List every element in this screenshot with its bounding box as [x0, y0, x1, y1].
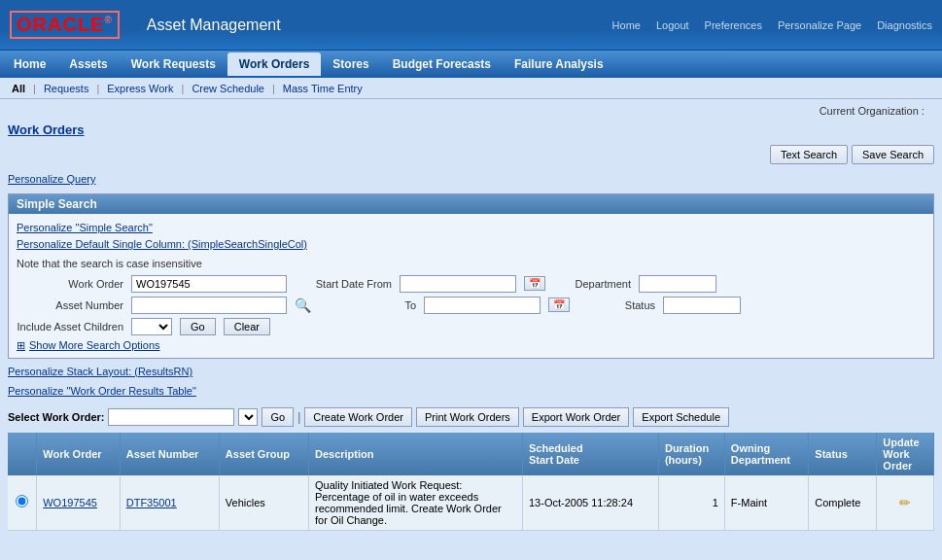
start-date-calendar-button[interactable]: 📅: [524, 276, 545, 291]
start-date-from-label: Start Date From: [295, 278, 392, 290]
asset-number-cell: DTF35001: [120, 475, 219, 531]
content-area: Current Organization : Work Orders Text …: [0, 99, 942, 535]
asset-number-input[interactable]: [131, 297, 287, 314]
preferences-link[interactable]: Preferences: [705, 19, 762, 31]
personalize-default-col-link[interactable]: Personalize Default Single Column: (Simp…: [17, 236, 925, 254]
results-section: Personalize Stack Layout: (ResultsRN) Pe…: [8, 363, 934, 531]
status-cell: Complete: [809, 475, 877, 531]
text-search-button[interactable]: Text Search: [770, 145, 848, 164]
work-order-label: Work Order: [17, 278, 123, 290]
show-more-label: Show More Search Options: [29, 339, 160, 351]
go-button[interactable]: Go: [180, 318, 216, 335]
wo-select-bar: Select Work Order: Go | Create Work Orde…: [8, 407, 934, 427]
simple-search-body: Personalize "Simple Search" Personalize …: [9, 214, 933, 358]
asset-search-button[interactable]: 🔍: [295, 298, 311, 313]
personalize-simple-search-link[interactable]: Personalize "Simple Search": [17, 220, 925, 237]
asset-group-cell: Vehicles: [219, 475, 308, 531]
top-navigation: Home Logout Preferences Personalize Page…: [612, 19, 932, 31]
failure-analysis-tab[interactable]: Failure Analysis: [503, 52, 615, 76]
scheduled-start-date-cell: 13-Oct-2005 11:28:24: [522, 475, 658, 531]
requests-subnav[interactable]: Requests: [36, 83, 96, 94]
owning-dept-cell: F-Maint: [724, 475, 808, 531]
personalize-stack-link[interactable]: Personalize Stack Layout: (ResultsRN): [8, 363, 934, 382]
simple-search-heading: Simple Search: [17, 197, 97, 211]
mass-time-entry-subnav[interactable]: Mass Time Entry: [275, 83, 370, 94]
home-tab[interactable]: Home: [2, 52, 57, 76]
to-label: To: [319, 299, 416, 311]
work-requests-tab[interactable]: Work Requests: [120, 52, 227, 76]
crew-schedule-subnav[interactable]: Crew Schedule: [184, 83, 272, 94]
clear-button[interactable]: Clear: [224, 318, 270, 335]
export-work-order-button[interactable]: Export Work Order: [523, 407, 630, 427]
asset-number-label: Asset Number: [17, 299, 123, 311]
oracle-logo: ORACLE®: [10, 11, 127, 39]
to-date-calendar-button[interactable]: 📅: [548, 298, 570, 312]
owning-dept-col-header: OwningDepartment: [724, 433, 808, 475]
export-schedule-button[interactable]: Export Schedule: [633, 407, 729, 427]
create-work-order-button[interactable]: Create Work Order: [304, 407, 412, 427]
print-work-orders-button[interactable]: Print Work Orders: [416, 407, 519, 427]
status-col-header: Status: [809, 433, 877, 475]
stores-tab[interactable]: Stores: [321, 52, 380, 76]
to-date-input[interactable]: [424, 297, 541, 314]
personalize-page-link[interactable]: Personalize Page: [778, 19, 861, 31]
include-asset-children-label: Include Asset Children: [17, 321, 123, 332]
assets-tab[interactable]: Assets: [57, 52, 119, 76]
oracle-wordmark: ORACLE®: [10, 11, 120, 39]
page-title-bar: Work Orders: [8, 119, 934, 141]
work-order-link[interactable]: WO197545: [43, 497, 97, 508]
current-org-label: Current Organization :: [820, 105, 925, 117]
edit-work-order-button[interactable]: ✏: [899, 495, 911, 510]
update-wo-cell[interactable]: ✏: [877, 475, 934, 531]
show-more-search-options[interactable]: ⊞ Show More Search Options: [17, 339, 925, 352]
results-table: Work Order Asset Number Asset Group Desc…: [8, 433, 934, 531]
personalize-query-link[interactable]: Personalize Query: [8, 168, 934, 193]
top-header: ORACLE® Asset Management Home Logout Pre…: [0, 0, 942, 51]
work-order-cell: WO197545: [37, 475, 120, 531]
scheduled-start-date-col-header: ScheduledStart Date: [522, 433, 658, 475]
row-select-col-header: [8, 433, 37, 475]
show-more-icon: ⊞: [17, 339, 25, 352]
asset-group-col-header: Asset Group: [219, 433, 308, 475]
update-wo-col-header: UpdateWorkOrder: [877, 433, 934, 475]
case-insensitive-note: Note that the search is case insensitive: [17, 258, 925, 269]
budget-forecasts-tab[interactable]: Budget Forecasts: [381, 52, 503, 76]
sub-navigation: All | Requests | Express Work | Crew Sch…: [0, 78, 942, 99]
department-input[interactable]: [639, 275, 716, 293]
asset-number-link[interactable]: DTF35001: [126, 497, 177, 508]
start-date-from-input[interactable]: [400, 275, 516, 293]
include-asset-children-select[interactable]: Yes No: [131, 318, 172, 335]
simple-search-section: Simple Search Personalize "Simple Search…: [8, 193, 934, 359]
work-order-input[interactable]: [131, 275, 287, 293]
pipe-separator: |: [297, 410, 300, 424]
table-header-row: Work Order Asset Number Asset Group Desc…: [8, 433, 934, 475]
simple-search-header: Simple Search: [9, 194, 933, 214]
personalize-table-link[interactable]: Personalize "Work Order Results Table": [8, 382, 934, 402]
current-org-value: [927, 105, 930, 117]
org-bar: Current Organization :: [8, 103, 934, 119]
wo-select-input[interactable]: [108, 408, 234, 426]
main-nav-tabs: Home Assets Work Requests Work Orders St…: [0, 51, 942, 78]
status-label: Status: [577, 299, 655, 311]
duration-col-header: Duration(hours): [658, 433, 724, 475]
save-search-button[interactable]: Save Search: [852, 145, 934, 164]
wo-select-label: Select Work Order:: [8, 411, 104, 423]
wo-go-button[interactable]: Go: [262, 407, 294, 427]
row-select-cell[interactable]: [8, 475, 37, 531]
ss-links: Personalize "Simple Search" Personalize …: [17, 220, 925, 254]
express-work-subnav[interactable]: Express Work: [99, 83, 181, 94]
description-col-header: Description: [308, 433, 522, 475]
page-title[interactable]: Work Orders: [8, 122, 85, 137]
row-radio[interactable]: [16, 495, 28, 508]
work-orders-tab[interactable]: Work Orders: [227, 52, 321, 76]
status-input[interactable]: [663, 297, 741, 314]
wo-select-dropdown[interactable]: [238, 408, 258, 426]
home-link[interactable]: Home: [612, 19, 641, 31]
all-subnav[interactable]: All: [4, 83, 33, 94]
asset-number-col-header: Asset Number: [120, 433, 219, 475]
logout-link[interactable]: Logout: [656, 19, 689, 31]
button-bar: Text Search Save Search: [8, 141, 934, 168]
app-title: Asset Management: [147, 17, 281, 34]
duration-cell: 1: [658, 475, 724, 531]
diagnostics-link[interactable]: Diagnostics: [877, 19, 932, 31]
